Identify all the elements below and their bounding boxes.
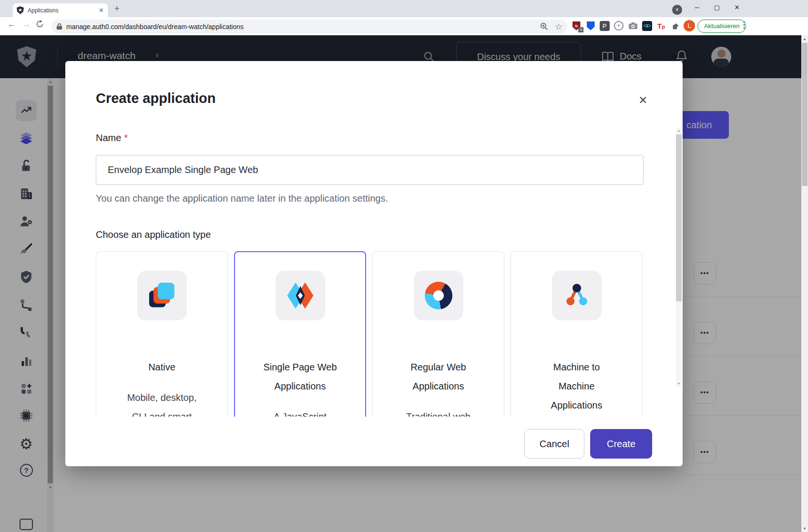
reload-button[interactable] [36,20,44,31]
react-devtools-extension-icon[interactable] [641,20,653,31]
scroll-up-arrow-icon[interactable]: ▲ [676,128,682,134]
card-machine-to-machine[interactable]: Machine to Machine Applications [511,251,643,417]
p-extension-icon[interactable]: P [599,20,610,31]
modal-scrollbar[interactable]: ▲ ▼ [676,128,682,387]
card-native[interactable]: Native Mobile, desktop, CLI and smart [96,251,228,417]
camera-extension-icon[interactable] [627,20,639,31]
browser-window: Applications ✕ + ∨ ─ ▢ ✕ ← → manage.auth… [0,0,808,532]
bookmark-star-icon[interactable]: ☆ [555,21,563,32]
name-help-text: You can change the application name late… [96,193,388,204]
browser-scrollbar[interactable]: ▲ ▼ [801,35,808,532]
chrome-update-button[interactable]: Aktualisieren [697,20,746,33]
window-minimize-button[interactable]: ─ [687,0,707,15]
browser-tab[interactable]: Applications ✕ [13,3,108,17]
new-tab-button[interactable]: + [114,4,120,14]
card-single-page-web[interactable]: Single Page Web Applications A JavaScrip… [234,251,366,417]
ublock-badge: 4 [578,27,583,32]
scroll-up-arrow-icon[interactable]: ▲ [801,35,808,42]
url-text: manage.auth0.com/dashboard/eu/dream-watc… [66,23,540,31]
browser-scroll-thumb[interactable] [802,43,808,186]
browser-titlebar: Applications ✕ + ∨ ─ ▢ ✕ [0,0,808,17]
window-close-button[interactable]: ✕ [727,0,747,15]
window-maximize-button[interactable]: ▢ [707,0,727,15]
bitwarden-extension-icon[interactable] [585,20,596,31]
card-title: Machine to Machine Applications [538,358,616,415]
required-asterisk: * [124,133,128,143]
zoom-icon[interactable] [540,22,548,31]
browser-toolbar: ← → manage.auth0.com/dashboard/eu/dream-… [0,17,808,35]
browser-menu-icon[interactable]: ⋮ [740,20,748,30]
ublock-extension-icon[interactable]: u 4 [571,20,582,31]
browser-profile-avatar[interactable]: L [684,20,695,31]
tab-title: Applications [28,7,99,14]
regular-web-icon [414,271,463,320]
puzzle-extensions-icon[interactable] [670,20,681,31]
name-label: Name* [96,133,128,143]
card-description: Traditional web [399,407,478,417]
create-application-modal: Create application ✕ Name* You can chang… [65,61,683,466]
picker-extension-icon[interactable]: + [613,20,624,31]
tab-close-icon[interactable]: ✕ [99,7,104,14]
application-type-cards: Native Mobile, desktop, CLI and smart Si… [96,251,644,417]
create-button[interactable]: Create [590,429,652,459]
spa-icon [276,271,325,320]
back-button[interactable]: ← [7,19,16,30]
application-name-input[interactable] [96,155,644,185]
modal-title: Create application [96,91,215,106]
auth0-favicon [17,6,24,14]
card-title: Native [123,358,201,377]
card-regular-web[interactable]: Regular Web Applications Traditional web [372,251,504,417]
scroll-down-arrow-icon[interactable]: ▼ [801,525,808,532]
card-description: Mobile, desktop, CLI and smart [123,388,201,417]
modal-scroll-thumb[interactable] [676,134,682,301]
cancel-button[interactable]: Cancel [524,429,584,459]
card-description: A JavaScript [261,407,339,417]
padlock-icon [56,23,62,30]
card-title: Regular Web Applications [399,358,478,396]
tab-search-button[interactable]: ∨ [672,5,682,15]
url-bar[interactable]: manage.auth0.com/dashboard/eu/dream-watc… [51,20,567,33]
native-icon [137,271,187,320]
m2m-icon [552,271,602,320]
scroll-down-arrow-icon[interactable]: ▼ [676,381,682,387]
card-title: Single Page Web Applications [261,358,339,396]
forward-button[interactable]: → [21,19,31,30]
modal-close-icon[interactable]: ✕ [635,92,651,108]
application-type-label: Choose an application type [96,229,211,240]
tampermonkey-extension-icon[interactable]: Tp [655,20,667,31]
